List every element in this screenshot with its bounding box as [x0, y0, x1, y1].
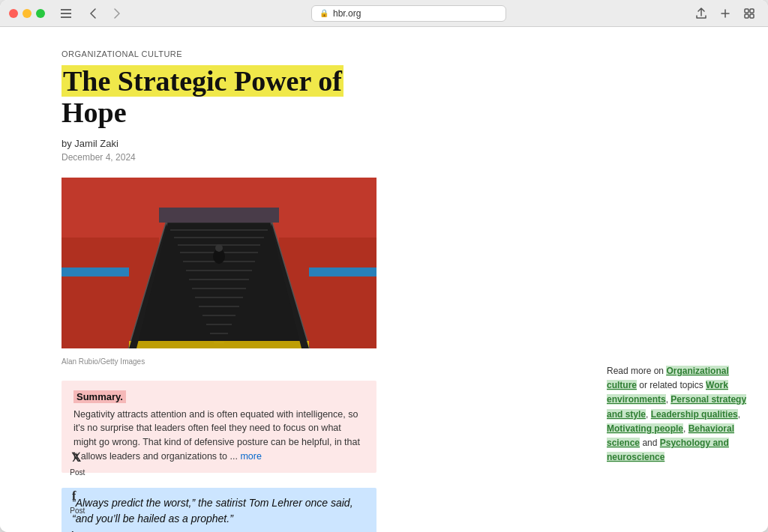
svg-text:f: f: [72, 489, 76, 502]
url-text: hbr.org: [333, 8, 361, 19]
title-line2: Hope: [62, 97, 127, 128]
summary-more-link[interactable]: more: [240, 451, 261, 462]
twitter-post[interactable]: 𝕏 Post: [68, 443, 88, 481]
summary-text: Negativity attracts attention and is oft…: [74, 408, 364, 464]
page-content: Organizational Culture The Strategic Pow…: [46, 27, 556, 532]
svg-rect-2: [61, 16, 71, 18]
article-date: December 4, 2024: [62, 152, 542, 163]
summary-ellipsis: ...: [230, 451, 240, 462]
article-author: by Jamil Zaki: [62, 138, 542, 149]
article-title: The Strategic Power of Hope: [62, 66, 542, 129]
facebook-post-label: Post: [70, 507, 85, 515]
svg-rect-33: [309, 267, 376, 276]
page-wrapper[interactable]: 𝕏 Post f Post in Share: [0, 27, 603, 532]
twitter-icon: 𝕏: [68, 447, 87, 467]
linkedin-icon: in: [68, 524, 87, 532]
back-button[interactable]: [84, 4, 102, 22]
article-image: [62, 178, 376, 348]
summary-box: Summary. Negativity attracts attention a…: [62, 381, 376, 473]
traffic-lights: [9, 9, 45, 18]
read-more-box: Read more on Organizational culture or r…: [607, 364, 753, 465]
lock-icon: 🔒: [320, 9, 328, 17]
pull-quote: “Always predict the worst,” the satirist…: [62, 488, 376, 532]
svg-text:in: in: [71, 529, 80, 532]
toolbar-right: [692, 4, 759, 23]
close-button[interactable]: [9, 9, 18, 18]
pull-quote-text: “Always predict the worst,” the satirist…: [72, 495, 366, 527]
svg-rect-35: [159, 208, 279, 223]
svg-rect-5: [745, 14, 748, 18]
article-category: Organizational Culture: [62, 49, 542, 58]
minimize-button[interactable]: [22, 9, 32, 18]
right-sidebar: Read more on Organizational culture or r…: [603, 27, 768, 532]
svg-text:𝕏: 𝕏: [71, 451, 81, 464]
tab-overview-button[interactable]: [740, 4, 759, 23]
svg-rect-1: [61, 13, 71, 14]
read-more-link-5[interactable]: Motivating people: [607, 423, 683, 434]
read-more-text: Read more on Organizational culture or r…: [607, 364, 753, 465]
facebook-icon: f: [68, 486, 87, 505]
svg-rect-6: [750, 14, 754, 18]
facebook-post[interactable]: f Post: [68, 481, 88, 519]
svg-rect-4: [750, 9, 754, 13]
forward-button[interactable]: [108, 4, 126, 22]
fullscreen-button[interactable]: [36, 9, 45, 18]
title-highlight: The Strategic Power of: [62, 65, 344, 97]
svg-point-37: [215, 244, 223, 252]
titlebar: 🔒 hbr.org: [0, 0, 768, 27]
svg-rect-31: [129, 341, 309, 348]
article-image-container: [62, 178, 542, 351]
svg-rect-3: [745, 9, 748, 13]
read-more-link-4[interactable]: Leadership qualities: [651, 409, 738, 420]
sidebar-toggle-button[interactable]: [57, 4, 75, 22]
svg-rect-0: [61, 9, 71, 10]
linkedin-share[interactable]: in Share: [68, 519, 88, 532]
browser-content: 𝕏 Post f Post in Share: [0, 27, 768, 532]
address-bar[interactable]: 🔒 hbr.org: [311, 5, 506, 22]
share-button[interactable]: [692, 4, 711, 23]
new-tab-button[interactable]: [716, 4, 735, 23]
summary-label: Summary.: [74, 390, 126, 403]
image-caption: Alan Rubio/Getty Images: [62, 357, 542, 366]
svg-rect-32: [62, 267, 129, 276]
twitter-post-label: Post: [70, 468, 85, 477]
